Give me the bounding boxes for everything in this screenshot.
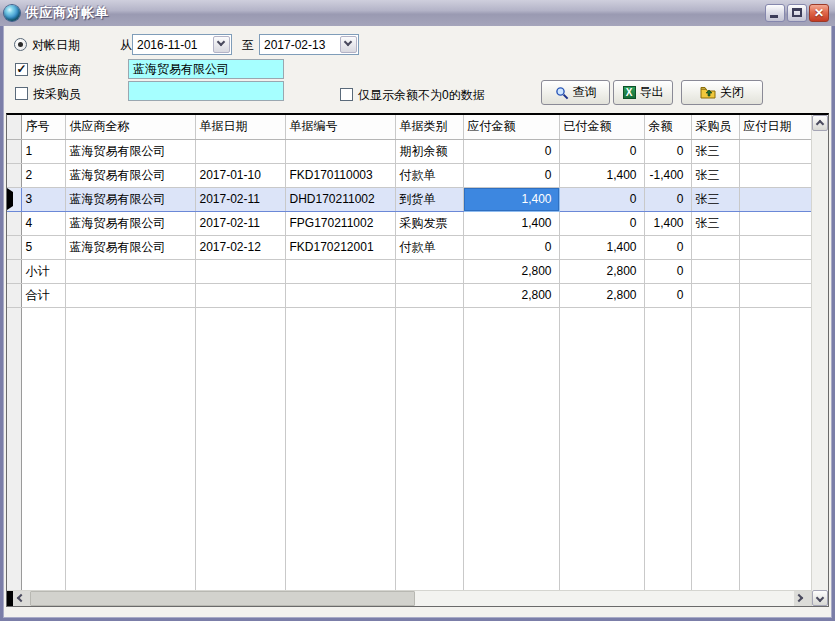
grid-cell[interactable]: 付款单 — [395, 235, 463, 259]
grid-cell[interactable]: 1 — [21, 139, 65, 163]
grid-cell[interactable] — [739, 235, 811, 259]
buyer-checkbox[interactable] — [15, 87, 28, 100]
grid-cell[interactable]: 0 — [559, 139, 644, 163]
grid-cell[interactable] — [195, 259, 285, 283]
grid-cell[interactable] — [691, 283, 739, 307]
export-button[interactable]: X 导出 — [613, 80, 673, 105]
grid-cell[interactable]: 0 — [463, 139, 559, 163]
grid-cell[interactable] — [739, 187, 811, 211]
grid-cell[interactable]: 1,400 — [463, 211, 559, 235]
grid-cell[interactable] — [285, 283, 395, 307]
maximize-button[interactable] — [787, 4, 807, 22]
grid-cell[interactable]: 2,800 — [559, 259, 644, 283]
grid-cell[interactable]: 张三 — [691, 139, 739, 163]
grid-cell[interactable]: 0 — [644, 283, 691, 307]
grid-cell[interactable]: -1,400 — [644, 163, 691, 187]
grid-cell[interactable]: 0 — [644, 139, 691, 163]
grid-cell[interactable]: 2017-02-12 — [195, 235, 285, 259]
grid-cell[interactable] — [285, 139, 395, 163]
horizontal-scroll-track[interactable] — [415, 591, 794, 606]
supplier-input[interactable]: 蓝海贸易有限公司 — [128, 59, 284, 79]
grid-cell[interactable]: 蓝海贸易有限公司 — [65, 211, 195, 235]
date-range-radio[interactable] — [14, 38, 27, 51]
row-gutter-cell[interactable] — [7, 187, 21, 211]
grid-cell[interactable]: 1,400 — [559, 235, 644, 259]
grid-cell[interactable] — [285, 259, 395, 283]
from-date-dropdown-button[interactable] — [213, 36, 230, 53]
grid-cell[interactable]: 蓝海贸易有限公司 — [65, 187, 195, 211]
grid-cell[interactable]: 采购发票 — [395, 211, 463, 235]
grid-cell[interactable] — [195, 139, 285, 163]
from-date-combobox[interactable]: 2016-11-01 — [132, 34, 232, 55]
grid-cell[interactable]: FPG170211002 — [285, 211, 395, 235]
grid-cell[interactable] — [739, 283, 811, 307]
grid-cell[interactable]: DHD170211002 — [285, 187, 395, 211]
grid-cell[interactable]: 5 — [21, 235, 65, 259]
scroll-right-button[interactable] — [794, 591, 811, 606]
grid-cell[interactable] — [395, 283, 463, 307]
grid-cell[interactable]: 0 — [559, 211, 644, 235]
close-button[interactable]: 关闭 — [681, 80, 763, 105]
grid-cell[interactable]: 蓝海贸易有限公司 — [65, 163, 195, 187]
grid-cell[interactable] — [395, 259, 463, 283]
buyer-input[interactable] — [128, 81, 284, 101]
grid-cell[interactable] — [195, 283, 285, 307]
grid-cell[interactable]: 3 — [21, 187, 65, 211]
grid-cell[interactable]: 2,800 — [559, 283, 644, 307]
to-date-dropdown-button[interactable] — [340, 36, 357, 53]
grid-cell[interactable]: 2,800 — [463, 283, 559, 307]
grid-cell[interactable]: 蓝海贸易有限公司 — [65, 235, 195, 259]
grid-cell[interactable]: 1,400 — [463, 187, 559, 211]
grid-cell[interactable] — [739, 163, 811, 187]
row-gutter-cell[interactable] — [7, 259, 21, 283]
grid-cell[interactable]: 合计 — [21, 283, 65, 307]
grid-cell[interactable]: 0 — [644, 259, 691, 283]
grid-cell[interactable]: 1,400 — [559, 163, 644, 187]
grid-cell[interactable]: 0 — [463, 235, 559, 259]
grid-cell[interactable]: 0 — [463, 163, 559, 187]
supplier-checkbox[interactable]: ✓ — [15, 63, 28, 76]
grid-cell[interactable]: 到货单 — [395, 187, 463, 211]
grid-cell[interactable]: 付款单 — [395, 163, 463, 187]
grid-cell[interactable] — [739, 211, 811, 235]
grid-cell[interactable]: 0 — [559, 187, 644, 211]
grid-cell[interactable]: 张三 — [691, 211, 739, 235]
vertical-scroll-track[interactable] — [812, 131, 828, 590]
grid-cell[interactable]: FKD170110003 — [285, 163, 395, 187]
horizontal-scrollbar[interactable] — [7, 590, 811, 606]
row-gutter-cell[interactable] — [7, 283, 21, 307]
scroll-left-button[interactable] — [13, 591, 30, 606]
to-date-combobox[interactable]: 2017-02-13 — [259, 34, 359, 55]
grid-cell[interactable]: 4 — [21, 211, 65, 235]
row-gutter-cell[interactable] — [7, 235, 21, 259]
horizontal-scroll-thumb[interactable] — [30, 591, 415, 606]
scroll-up-button[interactable] — [812, 115, 828, 131]
vertical-scrollbar[interactable] — [811, 115, 828, 606]
query-button[interactable]: 查询 — [541, 80, 610, 105]
grid-cell[interactable]: 0 — [644, 235, 691, 259]
grid-cell[interactable]: 2 — [21, 163, 65, 187]
grid-cell[interactable]: 2017-01-10 — [195, 163, 285, 187]
grid-cell[interactable]: 2,800 — [463, 259, 559, 283]
nonzero-balance-checkbox[interactable] — [340, 88, 353, 101]
grid-cell[interactable]: FKD170212001 — [285, 235, 395, 259]
grid-cell[interactable]: 蓝海贸易有限公司 — [65, 139, 195, 163]
grid-cell[interactable]: 张三 — [691, 163, 739, 187]
grid-cell[interactable]: 0 — [644, 187, 691, 211]
grid-cell[interactable]: 张三 — [691, 187, 739, 211]
grid-cell[interactable] — [739, 139, 811, 163]
grid-cell[interactable] — [739, 259, 811, 283]
titlebar[interactable]: 供应商对帐单 ✕ — [0, 0, 835, 26]
grid-cell[interactable]: 2017-02-11 — [195, 211, 285, 235]
grid-cell[interactable] — [65, 259, 195, 283]
grid-cell[interactable] — [691, 259, 739, 283]
grid-cell[interactable]: 期初余额 — [395, 139, 463, 163]
grid-cell[interactable] — [691, 235, 739, 259]
row-gutter-cell[interactable] — [7, 211, 21, 235]
grid-cell[interactable]: 1,400 — [644, 211, 691, 235]
grid-cell[interactable]: 小计 — [21, 259, 65, 283]
grid-cell[interactable] — [65, 283, 195, 307]
row-gutter-cell[interactable] — [7, 139, 21, 163]
minimize-button[interactable] — [765, 4, 785, 22]
grid-cell[interactable]: 2017-02-11 — [195, 187, 285, 211]
